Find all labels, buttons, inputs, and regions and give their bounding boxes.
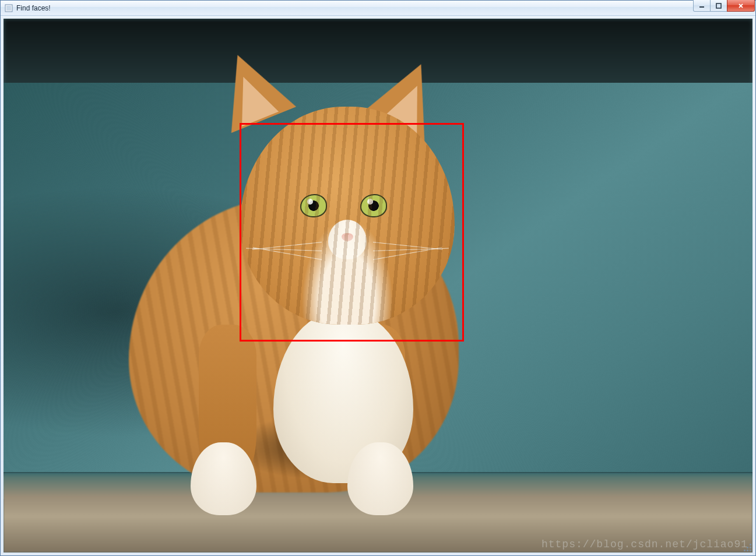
resize-grip[interactable]: [743, 543, 751, 551]
content-area: https://blog.csdn.net/jcliao91: [1, 16, 755, 555]
window-controls: [694, 0, 755, 12]
svg-rect-1: [6, 6, 11, 10]
application-window: Find faces!: [0, 0, 756, 556]
maximize-button[interactable]: [710, 0, 727, 12]
cat-illustration: [108, 61, 521, 515]
app-icon: [4, 3, 13, 13]
svg-rect-2: [716, 3, 721, 8]
minimize-button[interactable]: [693, 0, 711, 12]
window-title: Find faces!: [16, 4, 51, 12]
image-viewport[interactable]: https://blog.csdn.net/jcliao91: [3, 19, 753, 553]
image-canvas: [3, 19, 753, 553]
watermark-text: https://blog.csdn.net/jcliao91: [541, 539, 748, 550]
close-button[interactable]: [727, 0, 755, 12]
titlebar[interactable]: Find faces!: [1, 1, 755, 16]
